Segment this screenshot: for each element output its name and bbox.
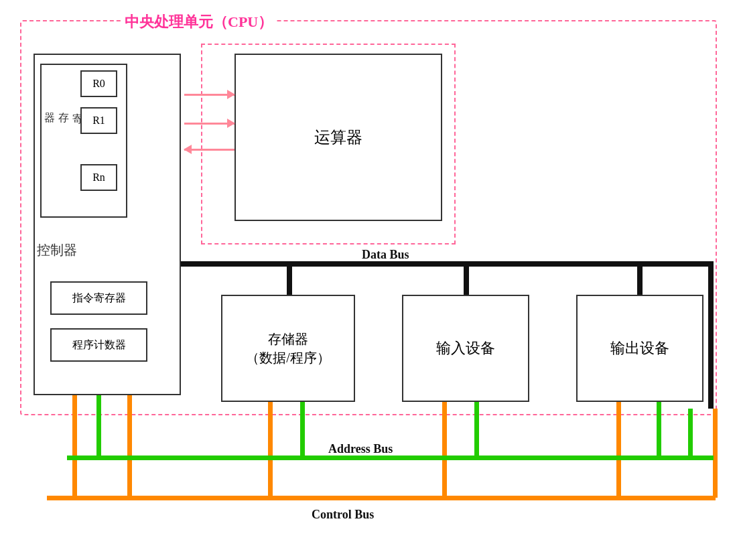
control-bus-ctrl-left-vertical <box>72 395 77 499</box>
control-bus-right-vertical <box>713 409 718 498</box>
address-bus-ctrl-vertical <box>96 395 101 458</box>
r0-box: R0 <box>80 70 117 97</box>
output-device-box: 输出设备 <box>576 295 703 402</box>
address-bus-input-vertical <box>474 402 479 458</box>
address-bus-label: Address Bus <box>328 442 393 456</box>
address-bus-line <box>67 456 714 460</box>
data-bus-label: Data Bus <box>362 248 409 262</box>
control-bus-input-vertical <box>442 402 447 498</box>
arrow-reg-to-alu-1 <box>184 94 234 96</box>
rn-box: Rn <box>80 164 117 191</box>
pc-label: 程序计数器 <box>72 338 126 352</box>
data-bus-right-vertical <box>708 261 714 409</box>
controller-label: 控制器 <box>37 241 77 259</box>
cpu-label: 中央处理单元（CPU） <box>121 12 277 32</box>
data-bus-to-output-vertical <box>637 267 643 297</box>
address-bus-memory-vertical <box>300 402 305 458</box>
ir-box: 指令寄存器 <box>50 281 147 315</box>
arrow-alu-to-reg <box>184 149 234 151</box>
output-label: 输出设备 <box>610 338 669 358</box>
data-bus-to-memory-vertical <box>287 267 292 297</box>
memory-label: 存储器（数据/程序） <box>246 330 330 367</box>
rn-label: Rn <box>92 171 105 184</box>
control-bus-memory-vertical <box>268 402 273 498</box>
r0-label: R0 <box>92 78 105 90</box>
input-label: 输入设备 <box>436 338 495 358</box>
control-bus-output-vertical <box>616 402 621 498</box>
alu-box: 运算器 <box>234 54 442 221</box>
control-bus-label: Control Bus <box>312 508 374 522</box>
r1-box: R1 <box>80 107 117 134</box>
r1-label: R1 <box>92 115 105 127</box>
control-bus-line <box>47 496 716 500</box>
address-bus-right-vertical <box>688 409 693 458</box>
data-bus-line <box>181 261 714 267</box>
arrow-reg-to-alu-2 <box>184 123 234 125</box>
alu-label: 运算器 <box>314 127 362 148</box>
gpr-label: 通用寄存器 <box>42 104 113 105</box>
control-bus-ctrl-right-vertical <box>127 395 132 499</box>
memory-box: 存储器（数据/程序） <box>221 295 355 402</box>
ir-label: 指令寄存器 <box>72 291 126 305</box>
input-device-box: 输入设备 <box>402 295 529 402</box>
address-bus-output-vertical <box>657 402 661 458</box>
computer-architecture-diagram: 中央处理单元（CPU） 控制器 通用寄存器 R0 R1 Rn 指令寄存器 程序计… <box>0 0 739 560</box>
pc-box: 程序计数器 <box>50 328 147 362</box>
data-bus-to-input-vertical <box>464 267 469 297</box>
